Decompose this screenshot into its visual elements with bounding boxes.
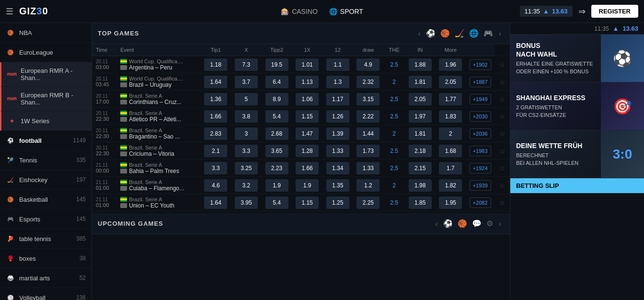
favorite-btn[interactable]: ☆: [497, 111, 507, 122]
bet-x-btn[interactable]: 3.25: [235, 162, 258, 174]
sidebar-item-rmra[interactable]: RMR European RMR A - Shan...: [0, 62, 92, 87]
bet-tip2-btn[interactable]: 2.68: [265, 127, 288, 140]
sport-filter-soccer[interactable]: ⚽: [424, 27, 437, 40]
bet-1x-btn[interactable]: 1.15: [296, 196, 319, 209]
sport-filter-hockey[interactable]: 🏒: [453, 27, 466, 40]
more-bets-btn[interactable]: +1939: [470, 180, 491, 191]
more-bets-btn[interactable]: +1949: [470, 94, 491, 104]
bet-12-btn[interactable]: 1.17: [326, 93, 349, 105]
register-button[interactable]: REGISTER: [591, 5, 638, 18]
top-games-prev-btn[interactable]: ‹: [415, 28, 424, 39]
bet-in-btn[interactable]: 1.95: [439, 196, 462, 209]
sidebar-item-eishockey[interactable]: 🏒 Eishockey 197: [0, 170, 92, 190]
bet-x-btn[interactable]: 3: [235, 127, 258, 140]
favorite-btn[interactable]: ☆: [497, 162, 507, 174]
top-games-next-btn[interactable]: ›: [496, 28, 504, 39]
promo-card-bonus[interactable]: BONUSNACH WAHL ERHALTE EINE GRATISWETTEO…: [510, 35, 644, 82]
more-bets-btn[interactable]: +2082: [470, 197, 491, 208]
bet-in-btn[interactable]: 2.05: [439, 76, 462, 88]
bet-tip2-btn[interactable]: 8.9: [265, 93, 288, 105]
bet-tip1-btn[interactable]: 1.18: [204, 58, 227, 71]
favorite-btn[interactable]: ☆: [497, 93, 507, 105]
more-bets-btn[interactable]: +1924: [470, 163, 491, 173]
sidebar-item-martialarts[interactable]: 🥋 martial arts 52: [0, 268, 92, 288]
upcoming-filter-soccer[interactable]: ⚽: [441, 217, 455, 230]
bet-the-btn[interactable]: 1.85: [409, 196, 432, 209]
sport-filter-basketball[interactable]: 🏀: [438, 27, 452, 40]
more-bets-btn[interactable]: +2036: [470, 128, 491, 139]
bet-tip2-btn[interactable]: 6.4: [265, 76, 288, 88]
bet-the-btn[interactable]: 1.88: [409, 58, 432, 71]
bet-12-btn[interactable]: 1.33: [326, 145, 349, 157]
bet-tip2-btn[interactable]: 3.65: [265, 145, 288, 157]
bet-1x-btn[interactable]: 1.01: [296, 58, 319, 71]
favorite-btn[interactable]: ☆: [497, 145, 507, 157]
sidebar-item-volleyball[interactable]: 🏐 Volleyball 136: [0, 288, 92, 300]
favorite-btn[interactable]: ☆: [497, 76, 507, 88]
upcoming-prev-btn[interactable]: ‹: [433, 218, 441, 230]
bet-tip1-btn[interactable]: 4.6: [204, 179, 227, 192]
bet-draw-btn[interactable]: 2.32: [356, 76, 380, 88]
sidebar-item-football[interactable]: ⚽ football 1149: [0, 131, 92, 150]
bet-12-btn[interactable]: 1.1: [326, 58, 349, 71]
bet-x-btn[interactable]: 3.95: [235, 196, 258, 209]
bet-1x-btn[interactable]: 1.13: [296, 76, 319, 88]
favorite-btn[interactable]: ☆: [497, 197, 507, 208]
bet-12-btn[interactable]: 1.34: [326, 162, 349, 174]
bet-the-btn[interactable]: 2.18: [409, 145, 432, 157]
bet-1x-btn[interactable]: 1.47: [296, 127, 319, 140]
bet-the-btn[interactable]: 1.98: [409, 179, 432, 192]
bet-in-btn[interactable]: 1.68: [439, 145, 462, 157]
more-bets-btn[interactable]: +2030: [470, 111, 491, 122]
bet-tip1-btn[interactable]: 1.66: [204, 110, 227, 123]
sidebar-item-1wseries[interactable]: ★ 1W Series: [0, 111, 92, 131]
upcoming-filter-basketball[interactable]: 🏀: [456, 217, 469, 230]
nav-casino[interactable]: 🎰 CASINO: [281, 8, 318, 15]
menu-icon[interactable]: ☰: [6, 6, 13, 17]
bet-tip2-btn[interactable]: 5.4: [265, 196, 288, 209]
bet-1x-btn[interactable]: 1.06: [296, 93, 319, 105]
bet-1x-btn[interactable]: 1.9: [296, 179, 319, 192]
bet-12-btn[interactable]: 1.35: [326, 179, 349, 192]
bet-x-btn[interactable]: 3.8: [235, 110, 258, 123]
bet-draw-btn[interactable]: 1.73: [356, 145, 380, 157]
bet-1x-btn[interactable]: 1.28: [296, 145, 319, 157]
bet-draw-btn[interactable]: 1.2: [356, 179, 380, 192]
upcoming-next-btn[interactable]: ›: [496, 218, 504, 230]
bet-the-btn[interactable]: 2.15: [409, 162, 432, 174]
bet-draw-btn[interactable]: 1.44: [356, 127, 380, 140]
sidebar-item-tabletennis[interactable]: 🏓 table tennis 385: [0, 229, 92, 249]
bet-12-btn[interactable]: 1.26: [326, 110, 349, 123]
bet-tip1-btn[interactable]: 3.3: [204, 162, 227, 174]
nav-sport[interactable]: 🌐 SPORT: [329, 8, 363, 15]
bet-in-btn[interactable]: 1.7: [439, 162, 462, 174]
upcoming-filter-settings[interactable]: ⚙: [484, 217, 495, 230]
upcoming-filter-chat[interactable]: 💬: [470, 217, 483, 230]
bet-1x-btn[interactable]: 1.15: [296, 110, 319, 123]
bet-in-btn[interactable]: 1.82: [439, 179, 462, 192]
more-bets-btn[interactable]: +1983: [470, 146, 491, 156]
bet-1x-btn[interactable]: 1.66: [296, 162, 319, 174]
bet-tip1-btn[interactable]: 2.1: [204, 145, 227, 157]
bet-12-btn[interactable]: 1.39: [326, 127, 349, 140]
bet-in-btn[interactable]: 1.96: [439, 58, 462, 71]
more-bets-btn[interactable]: +1887: [470, 77, 491, 87]
bet-tip2-btn[interactable]: 19.5: [265, 58, 288, 71]
promo-card-nhl[interactable]: DEINE WETTE FRÜH BERECHNETBEI ALLEN NHL-…: [510, 130, 644, 178]
bet-12-btn[interactable]: 1.3: [326, 76, 349, 88]
sidebar-item-rmrb[interactable]: RMR European RMR B - Shan...: [0, 87, 92, 111]
bet-x-btn[interactable]: 7.3: [235, 58, 258, 71]
favorite-btn[interactable]: ☆: [497, 59, 507, 70]
bet-in-btn[interactable]: 1.83: [439, 110, 462, 123]
bet-draw-btn[interactable]: 4.9: [356, 58, 380, 71]
promo-card-shanghai[interactable]: SHANGHAI EXPRESS 2 GRATISWETTENFÜR CS2-E…: [510, 82, 644, 130]
favorite-btn[interactable]: ☆: [497, 128, 507, 139]
sidebar-item-nba[interactable]: 🏀 NBA: [0, 23, 92, 43]
bet-tip1-btn[interactable]: 1.36: [204, 93, 227, 105]
bet-the-btn[interactable]: 2.05: [409, 93, 432, 105]
sidebar-item-boxes[interactable]: 🥊 boxes 38: [0, 249, 92, 268]
favorite-btn[interactable]: ☆: [497, 180, 507, 191]
bet-x-btn[interactable]: 3.7: [235, 76, 258, 88]
bet-the-btn[interactable]: 1.97: [409, 110, 432, 123]
more-bets-btn[interactable]: +1902: [470, 59, 491, 70]
